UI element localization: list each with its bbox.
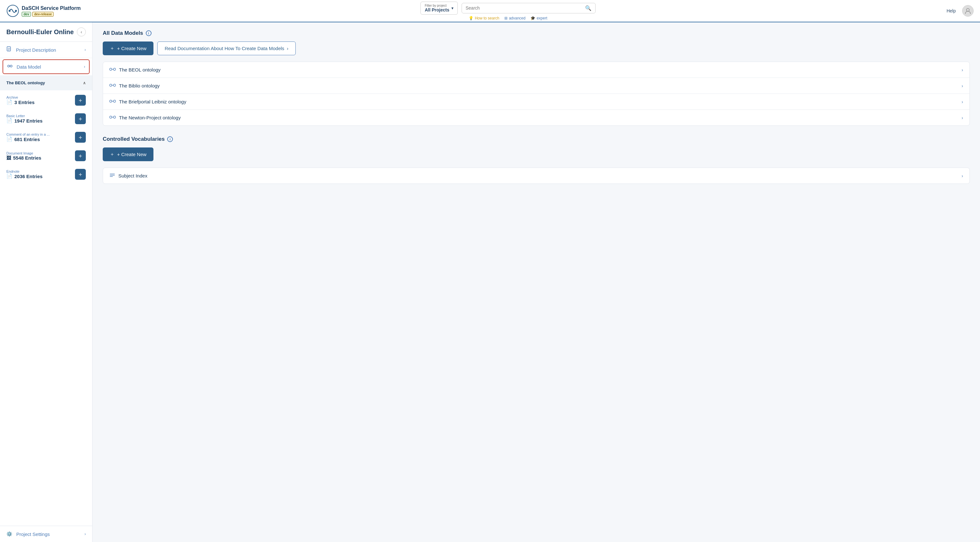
entry-item-endnote[interactable]: Endnote 📄 2036 Entries ＋: [3, 166, 90, 183]
svg-point-2: [15, 10, 17, 12]
app-layout: Bernoulli-Euler Online ‹ Project Descrip…: [0, 22, 980, 542]
all-data-models-info-icon[interactable]: i: [146, 30, 151, 36]
sidebar-item-data-model[interactable]: Data Model ›: [3, 59, 90, 74]
sidebar-header: Bernoulli-Euler Online ‹: [0, 22, 92, 42]
bulb-icon: 💡: [469, 16, 473, 21]
help-link[interactable]: Help: [947, 8, 956, 13]
document-image-icon: 🖼: [6, 155, 11, 161]
badge-dev: dev: [22, 12, 31, 17]
ontology-list: The BEOL ontology › The Biblio ontology …: [103, 62, 970, 126]
entry-count-comment: 📄 681 Entries: [6, 136, 50, 142]
briefportal-chevron-icon: ›: [961, 99, 963, 104]
vocab-item-subject-index[interactable]: Subject Index ›: [103, 168, 969, 183]
entry-item-document-image[interactable]: Document Image 🖼 5548 Entries ＋: [3, 147, 90, 164]
svg-point-1: [9, 10, 11, 12]
search-box[interactable]: 🔍: [461, 3, 596, 13]
subject-index-list-icon: [110, 173, 115, 179]
ontology-name-newton: The Newton-Project ontology: [119, 115, 181, 120]
beol-section-title[interactable]: The BEOL ontology ∧: [4, 78, 88, 88]
entry-count-document-image: 🖼 5548 Entries: [6, 155, 41, 161]
how-to-search-link[interactable]: 💡 How to search: [469, 16, 499, 21]
sidebar-item-project-description[interactable]: Project Description ›: [0, 42, 92, 58]
entry-item-comment[interactable]: Comment of an entry in a ... 📄 681 Entri…: [3, 129, 90, 146]
entry-list: Archive 📄 3 Entries ＋ Basic Letter 📄: [0, 90, 92, 185]
read-docs-button[interactable]: Read Documentation About How To Create D…: [157, 41, 296, 55]
sidebar: Bernoulli-Euler Online ‹ Project Descrip…: [0, 22, 92, 542]
vocab-actions: ＋ + Create New: [103, 147, 970, 161]
svg-point-6: [10, 65, 12, 67]
sidebar-item-project-settings[interactable]: ⚙️ Project Settings ›: [0, 526, 92, 542]
add-endnote-button[interactable]: ＋: [75, 169, 86, 180]
ontology-item-briefportal[interactable]: The Briefportal Leibniz ontology ›: [103, 94, 969, 110]
navbar-right: Help: [935, 5, 974, 17]
svg-point-7: [110, 68, 112, 70]
plus-icon: ＋: [110, 45, 115, 51]
brand-name: DaSCH Service Platform: [22, 5, 81, 11]
all-data-models-header: All Data Models i: [103, 30, 970, 37]
brand-text: DaSCH Service Platform dev dev-release: [22, 5, 81, 17]
entry-type-basic-letter: Basic Letter: [6, 114, 43, 118]
add-archive-button[interactable]: ＋: [75, 95, 86, 106]
entry-item-basic-letter[interactable]: Basic Letter 📄 1947 Entries ＋: [3, 110, 90, 128]
ontology-name-beol: The BEOL ontology: [119, 67, 161, 72]
svg-point-10: [110, 84, 112, 86]
newton-dot-icon: [110, 115, 116, 120]
entry-type-document-image: Document Image: [6, 151, 41, 155]
sidebar-navigation: Project Description › Data Model › The B…: [0, 42, 92, 526]
search-input[interactable]: [466, 5, 582, 11]
expert-icon: 🎓: [530, 16, 535, 21]
data-model-label: Data Model: [17, 64, 41, 70]
ontology-item-beol[interactable]: The BEOL ontology ›: [103, 62, 969, 78]
project-settings-label: Project Settings: [16, 531, 50, 537]
project-description-label: Project Description: [16, 47, 56, 53]
brand-logo-area: DaSCH Service Platform dev dev-release: [6, 5, 81, 17]
user-avatar[interactable]: [962, 5, 974, 17]
controlled-vocab-info-icon[interactable]: i: [167, 136, 173, 142]
subject-index-chevron-icon: ›: [961, 173, 963, 179]
advanced-icon: ⊞: [504, 16, 508, 21]
svg-rect-4: [7, 46, 11, 51]
data-models-actions: ＋ + Create New Read Documentation About …: [103, 41, 970, 55]
filter-project-dropdown[interactable]: Filter by project All Projects ▾: [420, 2, 457, 15]
data-model-icon: [7, 63, 13, 70]
docs-arrow-icon: ›: [287, 46, 288, 51]
filter-chevron-icon: ▾: [452, 6, 453, 11]
controlled-vocab-title: Controlled Vocabularies: [103, 136, 165, 142]
briefportal-dot-icon: [110, 99, 116, 104]
biblio-dot-icon: [110, 83, 116, 88]
endnote-icon: 📄: [6, 173, 13, 179]
vocab-list: Subject Index ›: [103, 167, 970, 184]
project-title: Bernoulli-Euler Online: [6, 29, 74, 36]
biblio-chevron-icon: ›: [961, 83, 963, 88]
beol-chevron-icon: ›: [961, 67, 963, 72]
comment-icon: 📄: [6, 136, 13, 142]
sidebar-collapse-button[interactable]: ‹: [77, 27, 86, 37]
section-collapse-icon: ∧: [83, 81, 86, 85]
beol-dot-icon: [110, 67, 116, 72]
beol-section: The BEOL ontology ∧: [0, 75, 92, 90]
settings-icon: ⚙️: [6, 531, 13, 537]
all-data-models-title: All Data Models: [103, 30, 143, 37]
entry-count-basic-letter: 📄 1947 Entries: [6, 118, 43, 124]
ontology-item-newton[interactable]: The Newton-Project ontology ›: [103, 110, 969, 126]
svg-point-5: [8, 65, 10, 67]
add-document-image-button[interactable]: ＋: [75, 150, 86, 161]
dasch-logo: [6, 5, 19, 17]
create-new-vocab-button[interactable]: ＋ + Create New: [103, 147, 153, 161]
add-comment-button[interactable]: ＋: [75, 132, 86, 143]
add-basic-letter-button[interactable]: ＋: [75, 113, 86, 124]
create-new-data-model-button[interactable]: ＋ + Create New: [103, 41, 153, 55]
ontology-name-biblio: The Biblio ontology: [119, 83, 160, 88]
filter-value: All Projects: [425, 7, 449, 13]
entry-type-endnote: Endnote: [6, 169, 43, 173]
entry-count-endnote: 📄 2036 Entries: [6, 173, 43, 179]
ontology-item-biblio[interactable]: The Biblio ontology ›: [103, 78, 969, 94]
svg-point-14: [114, 100, 116, 102]
svg-point-8: [114, 68, 116, 70]
badge-release: dev-release: [32, 12, 54, 17]
advanced-search-link[interactable]: ⊞ advanced: [504, 16, 525, 21]
expert-search-link[interactable]: 🎓 expert: [530, 16, 547, 21]
ontology-name-briefportal: The Briefportal Leibniz ontology: [119, 99, 186, 104]
svg-point-16: [110, 116, 112, 118]
entry-item-archive[interactable]: Archive 📄 3 Entries ＋: [3, 92, 90, 109]
